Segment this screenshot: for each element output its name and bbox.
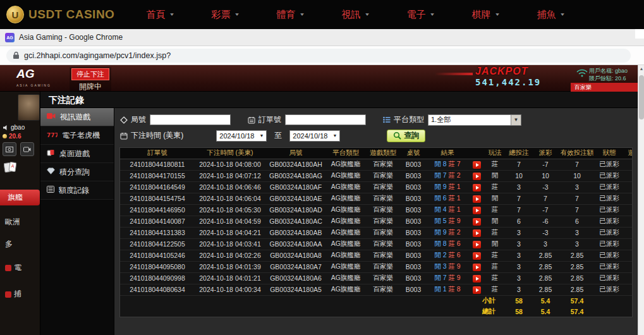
- game-cell: 百家樂: [365, 204, 401, 216]
- result-cell: 閒 1 莊 8: [426, 284, 469, 295]
- replay-icon[interactable]: [473, 229, 481, 237]
- player-result: 閒 8: [434, 160, 446, 168]
- replay-icon[interactable]: [473, 161, 481, 169]
- play-cell: 閒: [484, 238, 506, 250]
- platform-select[interactable]: 1.全部 ▼: [428, 114, 521, 126]
- search-button[interactable]: 查詢: [387, 130, 425, 142]
- sidebar-item-label: 桌面遊戲: [59, 149, 90, 159]
- round-cell: GB00324A180A6: [265, 272, 326, 284]
- nav-item-0[interactable]: 首頁▼: [146, 9, 211, 21]
- banker-result: 莊 1: [448, 194, 460, 202]
- replay-icon[interactable]: [473, 184, 481, 192]
- scrollbar-up-arrow[interactable]: ▲: [638, 66, 644, 71]
- extra-cell: [623, 181, 633, 193]
- status-cell: 已派彩: [595, 250, 623, 261]
- order-cell: 241018044122505: [120, 238, 195, 250]
- replay-icon[interactable]: [473, 275, 481, 283]
- sidebar-item-video-games[interactable]: 視訊遊戲: [40, 108, 114, 126]
- jackpot-label: JACKPOT: [475, 66, 541, 77]
- nav-item-6[interactable]: 捕魚▼: [537, 9, 602, 21]
- order-input[interactable]: [285, 114, 366, 125]
- sidebar-item-label: 視訊遊戲: [60, 112, 90, 123]
- date-from-select[interactable]: 2024/10/18▼: [216, 130, 267, 142]
- ag-logo-subtext: ASIA GAMING: [16, 80, 51, 92]
- modal-sidebar: 視訊遊戲777電子老虎機桌面遊戲積分查詢額度記錄: [40, 108, 114, 335]
- user-avatar[interactable]: [18, 94, 40, 121]
- total-row: 總計585.457.4: [120, 306, 633, 317]
- live-video-button[interactable]: [20, 142, 34, 156]
- nav-item-label: 體育: [276, 9, 295, 21]
- status-cell: 已派彩: [595, 216, 623, 227]
- valid-cell: 7: [559, 193, 595, 204]
- round-input[interactable]: [150, 114, 231, 125]
- date-to-select[interactable]: 2024/10/18▼: [289, 130, 340, 142]
- valid-cell: 10: [559, 170, 595, 181]
- empty-cell: [595, 295, 633, 306]
- page-scrollbar[interactable]: ▲: [638, 65, 644, 335]
- nav-item-5[interactable]: 棋牌▼: [471, 9, 537, 21]
- replay-icon[interactable]: [473, 252, 481, 260]
- scrollbar-thumb[interactable]: [639, 75, 644, 119]
- sidebar-item-points-query[interactable]: 積分查詢: [40, 163, 114, 181]
- result-cell: 閒 2 莊 6: [426, 250, 469, 261]
- sidebar-item-table-games[interactable]: 桌面遊戲: [40, 145, 114, 163]
- round-number-icon: [119, 116, 128, 124]
- ag-favicon: AG: [5, 33, 15, 42]
- order-cell: 241018044170155: [120, 170, 195, 181]
- platform-cell: AG旗艦廳: [326, 204, 365, 216]
- nav-item-4[interactable]: 電子▼: [406, 9, 471, 21]
- bet-row: 2410180441225052024-10-18 04:03:41GB0032…: [120, 238, 633, 250]
- magnifier-icon: [393, 131, 401, 140]
- lobby-username: gbao: [3, 124, 25, 131]
- table-cell: B003: [401, 261, 426, 272]
- usdt-coin-icon: U: [6, 6, 24, 23]
- nav-item-3[interactable]: 視訊▼: [341, 9, 406, 21]
- banker-result: 莊 1: [448, 205, 460, 213]
- lobby-item-fishing-label: 捕: [14, 289, 21, 300]
- replay-icon[interactable]: [473, 195, 481, 203]
- lobby-item-flagship[interactable]: 旗艦: [0, 190, 40, 205]
- bet-cell: 7: [506, 193, 532, 204]
- nav-item-2[interactable]: 體育▼: [276, 9, 341, 21]
- calendar-icon: [119, 132, 128, 140]
- valid-cell: 2.85: [559, 261, 595, 272]
- lobby-item-egame[interactable]: 電: [5, 262, 21, 273]
- lobby-item-multi[interactable]: 多: [5, 239, 13, 250]
- replay-icon[interactable]: [473, 173, 481, 180]
- lobby-item-fishing[interactable]: 捕: [5, 289, 21, 300]
- banker-result: 莊 9: [448, 262, 460, 270]
- replay-icon[interactable]: [473, 207, 481, 214]
- nav-item-1[interactable]: 彩票▼: [211, 9, 276, 21]
- sidebar-item-quota-records[interactable]: 額度記錄: [40, 181, 114, 200]
- valid-cell: 6: [559, 216, 595, 227]
- browser-titlebar[interactable]: AG Asia Gaming - Google Chrome: [0, 29, 644, 46]
- lobby-item-europe[interactable]: 歐洲: [5, 217, 20, 228]
- total-row-valid: 57.4: [559, 306, 595, 317]
- replay-icon[interactable]: [473, 241, 481, 248]
- replay-icon[interactable]: [473, 286, 481, 294]
- game-cell: 百家樂: [365, 284, 401, 295]
- empty-cell: [595, 306, 633, 317]
- game-cell: 百家樂: [365, 193, 401, 204]
- dropdown-arrow-icon: ▼: [259, 133, 264, 138]
- address-bar[interactable]: gci.2hhapi.com/agingame/pcv1/index.jsp?: [6, 49, 631, 63]
- jackpot-display: JACKPOT 541,442.19: [475, 66, 541, 87]
- cards-icon[interactable]: A: [4, 161, 19, 176]
- site-logo[interactable]: U USDT CASINO: [6, 6, 114, 23]
- col-header-11: 有效投注額: [559, 148, 595, 159]
- sidebar-item-slots[interactable]: 777電子老虎機: [40, 126, 114, 145]
- bet-row: 2410180440950802024-10-18 04:01:39GB0032…: [120, 261, 633, 272]
- status-cell: 已派彩: [595, 272, 623, 284]
- bet-records-modal: 下注記錄 視訊遊戲777電子老虎機桌面遊戲積分查詢額度記錄 局號: [40, 92, 638, 335]
- banknote-icon: [6, 147, 13, 152]
- player-result: 閒 9: [434, 183, 446, 190]
- status-cell: 已派彩: [595, 170, 623, 181]
- payout-cell: -3: [532, 227, 559, 238]
- deposit-button[interactable]: [3, 142, 16, 156]
- status-cell: 已派彩: [595, 284, 623, 295]
- replay-icon[interactable]: [473, 218, 481, 226]
- video-icon: [47, 113, 56, 121]
- round-cell: GB00324A180AH: [265, 159, 326, 170]
- bet-table: 訂單號下注時間 (美東)局號平台類型遊戲類型桌號結果玩法總投注派彩有效投注額狀態…: [120, 148, 633, 317]
- replay-icon[interactable]: [473, 264, 481, 271]
